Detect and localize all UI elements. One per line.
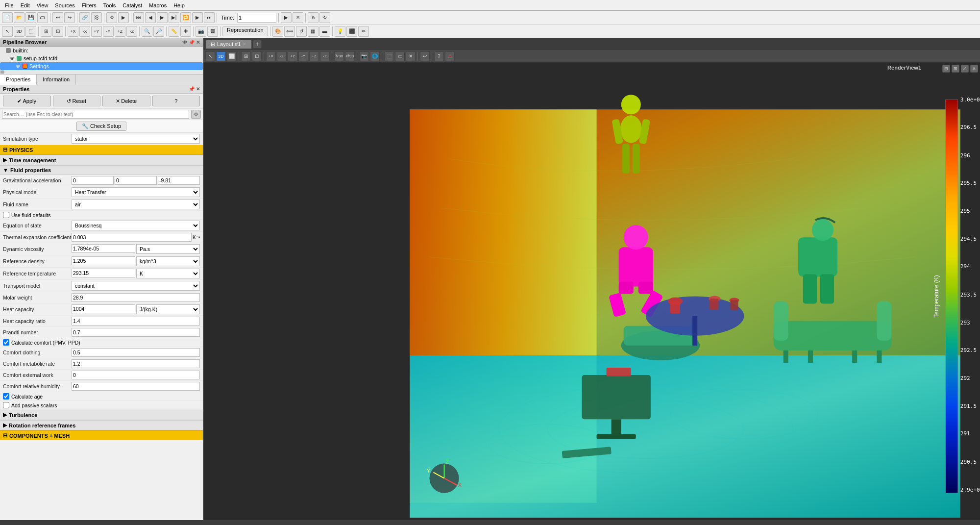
grav-x-input[interactable] <box>72 176 114 185</box>
edit-colormap-button[interactable]: ▦ <box>308 26 318 37</box>
camera-rotate-button[interactable]: ↻ <box>319 12 330 23</box>
delete-filter-button[interactable]: ✕ <box>293 12 303 23</box>
equation-of-state-select[interactable]: Boussinesq <box>72 221 200 230</box>
rt-zp-btn[interactable]: +Z <box>309 51 319 61</box>
zoom-out-button[interactable]: 🔎 <box>153 26 164 37</box>
play-loop-button[interactable]: 🔁 <box>180 12 191 23</box>
molar-weight-input[interactable] <box>72 293 200 302</box>
reference-temperature-unit[interactable]: K <box>136 269 200 278</box>
pipeline-eye-icon[interactable]: 👁 <box>182 40 187 45</box>
reference-temperature-input[interactable] <box>72 269 135 277</box>
thermal-expansion-input[interactable] <box>72 233 192 242</box>
rt-reset-btn[interactable]: ⊡ <box>252 51 262 61</box>
interaction-mode-button[interactable]: 🖱 <box>308 12 318 23</box>
3d-button[interactable]: 3D <box>14 26 24 37</box>
simulation-type-select[interactable]: stator <box>72 134 200 144</box>
rt-rotate90m-btn[interactable]: ↺90 <box>345 51 355 61</box>
pipeline-pin-icon[interactable]: 📌 <box>189 40 195 45</box>
search-settings-icon[interactable]: ⚙ <box>191 110 201 119</box>
representation-dropdown[interactable]: Representation <box>222 26 268 36</box>
grav-z-input[interactable] <box>158 176 200 185</box>
reset-scale-button[interactable]: ↺ <box>296 26 307 37</box>
annotation-button[interactable]: ✏ <box>358 26 369 37</box>
color-button[interactable]: 🎨 <box>272 26 283 37</box>
redo-button[interactable]: ↪ <box>64 12 75 23</box>
rt-error-btn[interactable]: ⚠ <box>445 51 455 61</box>
tab-properties[interactable]: Properties <box>0 75 37 85</box>
undo-button[interactable]: ↩ <box>52 12 63 23</box>
open-button[interactable]: 📂 <box>14 12 24 23</box>
rt-help-btn[interactable]: ? <box>434 51 444 61</box>
reset-button[interactable]: ↺ Reset <box>53 96 101 106</box>
select-button[interactable]: ↖ <box>2 26 13 37</box>
rt-xp-btn[interactable]: +X <box>266 51 276 61</box>
comfort-clothing-input[interactable] <box>72 348 200 357</box>
play-button[interactable]: ▶ <box>157 12 168 23</box>
properties-close-icon[interactable]: ✕ <box>196 86 200 92</box>
physics-header[interactable]: ⊟ PHYSICS <box>0 145 203 155</box>
rt-surface-btn[interactable]: ⬜ <box>227 51 237 61</box>
bg-color-button[interactable]: ⬛ <box>346 26 357 37</box>
dynamic-viscosity-unit[interactable]: Pa.s <box>136 244 200 254</box>
reference-density-unit[interactable]: kg/m^3 <box>136 256 200 266</box>
rt-undo-btn[interactable]: ↩ <box>420 51 430 61</box>
pipeline-item-settings[interactable]: 👁 Settings <box>0 62 203 70</box>
rv-maximize-icon[interactable]: ⤢ <box>961 65 969 73</box>
rt-3d-btn[interactable]: 3D <box>216 51 226 61</box>
rt-yp-btn[interactable]: +Y <box>288 51 297 61</box>
prandtl-input[interactable] <box>72 328 200 337</box>
rt-cam-btn[interactable]: 📷 <box>359 51 369 61</box>
rotation-frames-header[interactable]: ▶ Rotation reference frames <box>0 420 203 430</box>
connect-button[interactable]: 🔗 <box>79 12 90 23</box>
yminus-button[interactable]: -Y <box>103 26 114 37</box>
physical-model-select[interactable]: Heat Transfer <box>72 187 200 197</box>
comfort-humidity-input[interactable] <box>72 382 200 391</box>
play-selection-button[interactable]: ▶| <box>169 12 179 23</box>
menu-file[interactable]: File <box>2 1 17 9</box>
pipeline-close-icon[interactable]: ✕ <box>196 40 200 45</box>
rt-env-btn[interactable]: 🌐 <box>370 51 380 61</box>
reference-density-input[interactable] <box>72 256 135 265</box>
grav-y-input[interactable] <box>115 176 157 185</box>
xminus-button[interactable]: -X <box>79 26 90 37</box>
rv-split-v-icon[interactable]: ⊞ <box>952 65 959 73</box>
toggle-bar-button[interactable]: ▬ <box>319 26 330 37</box>
rt-select2-btn[interactable]: ⬚ <box>384 51 394 61</box>
rescale-button[interactable]: ⟺ <box>284 26 295 37</box>
heat-capacity-input[interactable] <box>72 304 135 313</box>
rt-pick-btn[interactable]: ✕ <box>406 51 416 61</box>
use-fluid-defaults-checkbox[interactable] <box>3 212 9 218</box>
zoom-in-button[interactable]: 🔍 <box>142 26 152 37</box>
camera-link-button[interactable]: 📷 <box>196 26 206 37</box>
calc-comfort-checkbox[interactable] <box>3 339 9 346</box>
screenshot-button[interactable]: 🖼 <box>207 26 218 37</box>
fluid-name-select[interactable]: air <box>72 200 200 209</box>
tab-information[interactable]: Information <box>37 75 76 85</box>
pipeline-item-builtin[interactable]: builtin: <box>0 47 203 54</box>
prev-frame-button[interactable]: ◀ <box>145 12 156 23</box>
apply-filter-button[interactable]: ▶ <box>281 12 292 23</box>
rt-select-btn[interactable]: ↖ <box>205 51 215 61</box>
pipeline-item-tcfd[interactable]: 👁 setup-tcfd.tcfd <box>0 54 203 62</box>
check-setup-button[interactable]: 🔧 Check Setup <box>76 122 126 131</box>
heat-capacity-ratio-input[interactable] <box>72 317 200 325</box>
search-input[interactable] <box>2 110 189 119</box>
first-frame-button[interactable]: ⏮ <box>133 12 144 23</box>
save-button[interactable]: 💾 <box>25 12 36 23</box>
zminus-button[interactable]: -Z <box>126 26 137 37</box>
wireframe-button[interactable]: ⬚ <box>25 26 36 37</box>
turbulence-header[interactable]: ▶ Turbulence <box>0 410 203 420</box>
comfort-metabolic-input[interactable] <box>72 359 200 368</box>
menu-macros[interactable]: Macros <box>146 1 170 9</box>
menu-catalyst[interactable]: Catalyst <box>120 1 145 9</box>
help-button[interactable]: ? <box>152 96 200 106</box>
menu-tools[interactable]: Tools <box>100 1 119 9</box>
menu-view[interactable]: View <box>34 1 51 9</box>
comfort-external-input[interactable] <box>72 371 200 379</box>
last-frame-button[interactable]: ⏭ <box>204 12 215 23</box>
apply-button[interactable]: ✔ Apply <box>3 96 51 106</box>
sources-button[interactable]: ▶ <box>118 12 129 23</box>
rt-ym-btn[interactable]: -Y <box>298 51 308 61</box>
delete-button[interactable]: ✕ Delete <box>102 96 150 106</box>
passive-scalars-checkbox[interactable] <box>3 402 9 408</box>
